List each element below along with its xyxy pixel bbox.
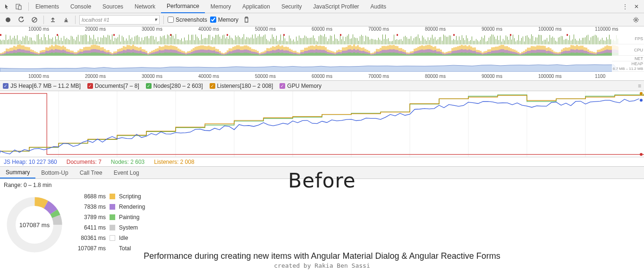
svg-rect-397 xyxy=(540,35,540,44)
tab-javascript-profiler[interactable]: JavaScript Profiler xyxy=(307,0,364,13)
svg-rect-402 xyxy=(547,38,547,44)
tab-performance[interactable]: Performance xyxy=(161,0,205,13)
svg-rect-207 xyxy=(278,41,278,44)
kebab-menu-icon[interactable]: ⋮ xyxy=(619,1,631,12)
svg-rect-1209 xyxy=(474,53,476,56)
legend-item[interactable]: ✓Documents[7 – 8] xyxy=(87,83,139,89)
svg-rect-861 xyxy=(255,54,257,56)
reload-button[interactable] xyxy=(16,15,26,25)
svg-rect-319 xyxy=(432,35,432,44)
subtab-event-log[interactable]: Event Log xyxy=(108,167,145,178)
svg-rect-285 xyxy=(385,34,386,44)
svg-rect-136 xyxy=(178,39,179,44)
svg-rect-183 xyxy=(244,34,244,44)
legend-menu-icon[interactable]: ≡ xyxy=(638,83,641,89)
svg-rect-148 xyxy=(195,34,196,44)
tab-application[interactable]: Application xyxy=(237,0,276,13)
svg-rect-1368 xyxy=(574,53,576,56)
legend-item[interactable]: ✓JS Heap[6.7 MB – 11.2 MB] xyxy=(3,83,81,89)
recording-select[interactable]: localhost #1▾ xyxy=(79,15,160,25)
subtab-summary[interactable]: Summary xyxy=(0,167,35,178)
overview-pane[interactable]: 10000 ms20000 ms30000 ms40000 ms50000 ms… xyxy=(0,26,644,81)
svg-rect-1077 xyxy=(391,52,393,56)
svg-rect-337 xyxy=(456,36,457,44)
svg-rect-795 xyxy=(213,53,215,56)
svg-rect-1104 xyxy=(408,55,410,56)
svg-rect-376 xyxy=(510,34,511,36)
svg-rect-264 xyxy=(356,38,356,44)
memory-chart[interactable] xyxy=(0,91,644,157)
clear-button[interactable] xyxy=(29,15,40,25)
tab-audits[interactable]: Audits xyxy=(365,0,392,13)
svg-rect-357 xyxy=(484,35,485,44)
device-toggle-icon[interactable] xyxy=(13,1,25,12)
svg-rect-84 xyxy=(108,35,108,44)
save-profile-button[interactable] xyxy=(61,15,71,25)
record-button[interactable] xyxy=(3,15,13,25)
svg-rect-1173 xyxy=(451,53,453,56)
svg-rect-310 xyxy=(419,38,420,44)
inspect-icon[interactable] xyxy=(2,1,13,12)
svg-rect-810 xyxy=(223,55,225,56)
svg-rect-690 xyxy=(147,55,149,56)
legend-item[interactable]: ✓GPU Memory xyxy=(280,83,322,89)
close-icon[interactable]: ✕ xyxy=(631,1,642,12)
tab-console[interactable]: Console xyxy=(65,0,97,13)
svg-rect-1137 xyxy=(429,52,431,56)
svg-rect-672 xyxy=(136,53,138,56)
svg-rect-1347 xyxy=(561,54,563,56)
svg-rect-105 xyxy=(136,35,136,44)
legend-item[interactable]: ✓Listeners[180 – 2 008] xyxy=(210,83,273,89)
memory-checkbox[interactable]: Memory xyxy=(210,17,238,23)
svg-rect-462 xyxy=(4,54,6,56)
svg-rect-443 xyxy=(603,40,604,44)
svg-rect-1314 xyxy=(540,53,542,56)
subtab-call-tree[interactable]: Call Tree xyxy=(74,167,108,178)
svg-rect-510 xyxy=(34,54,36,56)
tab-elements[interactable]: Elements xyxy=(30,0,65,13)
svg-rect-331 xyxy=(449,35,449,44)
svg-rect-418 xyxy=(568,40,568,44)
legend-item[interactable]: ✓Nodes[280 – 2 603] xyxy=(146,83,203,89)
svg-rect-210 xyxy=(282,41,282,44)
svg-rect-275 xyxy=(371,39,372,44)
svg-rect-221 xyxy=(296,37,297,44)
svg-rect-377 xyxy=(511,40,512,44)
tab-sources[interactable]: Sources xyxy=(97,0,129,13)
svg-rect-286 xyxy=(387,39,387,44)
svg-rect-100 xyxy=(129,35,129,44)
svg-rect-212 xyxy=(283,34,285,36)
collect-garbage-button[interactable] xyxy=(241,15,252,25)
svg-rect-474 xyxy=(11,53,13,56)
tab-memory[interactable]: Memory xyxy=(205,0,237,13)
svg-rect-44 xyxy=(52,37,53,44)
svg-rect-1383 xyxy=(584,53,585,56)
svg-rect-75 xyxy=(95,39,95,44)
screenshots-checkbox[interactable]: Screenshots xyxy=(168,17,207,23)
svg-rect-897 xyxy=(278,52,280,56)
subtab-bottom-up[interactable]: Bottom-Up xyxy=(35,167,74,178)
svg-rect-723 xyxy=(168,53,170,56)
svg-rect-299 xyxy=(404,37,404,44)
svg-rect-1419 xyxy=(606,52,608,56)
svg-rect-900 xyxy=(280,53,281,56)
svg-rect-654 xyxy=(125,53,127,56)
svg-rect-1422 xyxy=(608,53,610,56)
svg-rect-1293 xyxy=(527,53,529,56)
load-profile-button[interactable] xyxy=(48,15,58,25)
tab-network[interactable]: Network xyxy=(129,0,161,13)
svg-rect-58 xyxy=(71,36,71,44)
svg-rect-720 xyxy=(166,52,168,56)
svg-rect-10 xyxy=(4,40,5,44)
breakdown-row: 6411 msSystem xyxy=(75,222,145,233)
svg-rect-873 xyxy=(263,54,264,56)
summary-donut: 107087 ms xyxy=(4,194,65,255)
svg-rect-243 xyxy=(327,41,328,44)
svg-rect-50 xyxy=(59,40,60,44)
tab-security[interactable]: Security xyxy=(276,0,307,13)
svg-rect-226 xyxy=(303,38,304,44)
svg-rect-79 xyxy=(101,37,101,44)
settings-gear-icon[interactable] xyxy=(631,15,641,25)
svg-rect-804 xyxy=(219,54,221,56)
svg-rect-405 xyxy=(551,38,551,44)
